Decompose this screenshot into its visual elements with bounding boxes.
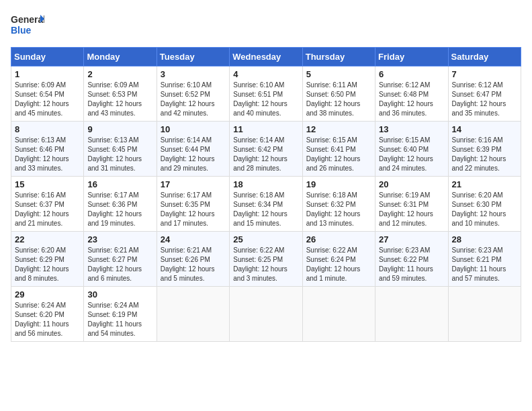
day-number: 8 — [15, 124, 80, 134]
day-number: 28 — [452, 234, 517, 244]
logo-svg: General Blue — [11, 11, 44, 40]
day-cell: 24Sunrise: 6:21 AMSunset: 6:26 PMDayligh… — [157, 232, 229, 287]
day-number: 2 — [87, 69, 152, 79]
svg-text:Blue: Blue — [11, 25, 32, 36]
day-cell: 8Sunrise: 6:13 AMSunset: 6:46 PMDaylight… — [11, 122, 84, 177]
col-header-wednesday: Wednesday — [230, 48, 302, 66]
calendar-header-row: SundayMondayTuesdayWednesdayThursdayFrid… — [11, 48, 521, 66]
day-number: 11 — [233, 124, 298, 134]
day-cell: 13Sunrise: 6:15 AMSunset: 6:40 PMDayligh… — [375, 122, 448, 177]
day-cell: 17Sunrise: 6:17 AMSunset: 6:35 PMDayligh… — [157, 177, 229, 232]
day-cell — [230, 287, 302, 342]
day-cell — [448, 287, 521, 342]
day-number: 23 — [87, 234, 152, 244]
week-row-3: 15Sunrise: 6:16 AMSunset: 6:37 PMDayligh… — [11, 177, 521, 232]
day-number: 20 — [379, 179, 444, 189]
day-cell: 2Sunrise: 6:09 AMSunset: 6:53 PMDaylight… — [84, 66, 157, 122]
col-header-thursday: Thursday — [302, 48, 375, 66]
day-number: 10 — [161, 124, 226, 134]
day-info: Sunrise: 6:21 AMSunset: 6:26 PMDaylight:… — [161, 246, 226, 283]
day-cell: 19Sunrise: 6:18 AMSunset: 6:32 PMDayligh… — [302, 177, 375, 232]
day-cell: 7Sunrise: 6:12 AMSunset: 6:47 PMDaylight… — [448, 66, 521, 122]
day-info: Sunrise: 6:14 AMSunset: 6:44 PMDaylight:… — [161, 136, 226, 173]
day-number: 14 — [452, 124, 517, 134]
day-cell: 20Sunrise: 6:19 AMSunset: 6:31 PMDayligh… — [375, 177, 448, 232]
svg-text:General: General — [11, 14, 44, 25]
day-cell: 3Sunrise: 6:10 AMSunset: 6:52 PMDaylight… — [157, 66, 229, 122]
day-cell: 27Sunrise: 6:23 AMSunset: 6:22 PMDayligh… — [375, 232, 448, 287]
day-info: Sunrise: 6:22 AMSunset: 6:25 PMDaylight:… — [233, 246, 298, 283]
week-row-5: 29Sunrise: 6:24 AMSunset: 6:20 PMDayligh… — [11, 287, 521, 342]
day-cell: 12Sunrise: 6:15 AMSunset: 6:41 PMDayligh… — [302, 122, 375, 177]
day-number: 26 — [306, 234, 371, 244]
day-info: Sunrise: 6:18 AMSunset: 6:34 PMDaylight:… — [233, 191, 298, 228]
day-cell: 11Sunrise: 6:14 AMSunset: 6:42 PMDayligh… — [230, 122, 302, 177]
week-row-1: 1Sunrise: 6:09 AMSunset: 6:54 PMDaylight… — [11, 66, 521, 122]
day-cell: 16Sunrise: 6:17 AMSunset: 6:36 PMDayligh… — [84, 177, 157, 232]
day-info: Sunrise: 6:24 AMSunset: 6:20 PMDaylight:… — [15, 301, 80, 338]
day-number: 3 — [161, 69, 226, 79]
day-cell: 21Sunrise: 6:20 AMSunset: 6:30 PMDayligh… — [448, 177, 521, 232]
day-number: 5 — [306, 69, 371, 79]
day-cell: 30Sunrise: 6:24 AMSunset: 6:19 PMDayligh… — [84, 287, 157, 342]
day-cell: 5Sunrise: 6:11 AMSunset: 6:50 PMDaylight… — [302, 66, 375, 122]
day-info: Sunrise: 6:21 AMSunset: 6:27 PMDaylight:… — [87, 246, 152, 283]
day-cell: 1Sunrise: 6:09 AMSunset: 6:54 PMDaylight… — [11, 66, 84, 122]
day-cell: 10Sunrise: 6:14 AMSunset: 6:44 PMDayligh… — [157, 122, 229, 177]
calendar-table: SundayMondayTuesdayWednesdayThursdayFrid… — [11, 47, 521, 342]
col-header-friday: Friday — [375, 48, 448, 66]
day-info: Sunrise: 6:15 AMSunset: 6:40 PMDaylight:… — [379, 136, 444, 173]
day-number: 6 — [379, 69, 444, 79]
day-number: 15 — [15, 179, 80, 189]
day-number: 9 — [87, 124, 152, 134]
day-number: 12 — [306, 124, 371, 134]
day-cell: 15Sunrise: 6:16 AMSunset: 6:37 PMDayligh… — [11, 177, 84, 232]
day-info: Sunrise: 6:12 AMSunset: 6:48 PMDaylight:… — [379, 81, 444, 118]
day-cell — [157, 287, 229, 342]
day-info: Sunrise: 6:23 AMSunset: 6:22 PMDaylight:… — [379, 246, 444, 283]
day-number: 24 — [161, 234, 226, 244]
day-info: Sunrise: 6:22 AMSunset: 6:24 PMDaylight:… — [306, 246, 371, 283]
day-number: 21 — [452, 179, 517, 189]
day-info: Sunrise: 6:13 AMSunset: 6:46 PMDaylight:… — [15, 136, 80, 173]
week-row-4: 22Sunrise: 6:20 AMSunset: 6:29 PMDayligh… — [11, 232, 521, 287]
day-info: Sunrise: 6:09 AMSunset: 6:54 PMDaylight:… — [15, 81, 80, 118]
day-info: Sunrise: 6:18 AMSunset: 6:32 PMDaylight:… — [306, 191, 371, 228]
day-cell: 18Sunrise: 6:18 AMSunset: 6:34 PMDayligh… — [230, 177, 302, 232]
day-info: Sunrise: 6:20 AMSunset: 6:29 PMDaylight:… — [15, 246, 80, 283]
day-info: Sunrise: 6:20 AMSunset: 6:30 PMDaylight:… — [452, 191, 517, 228]
day-cell: 4Sunrise: 6:10 AMSunset: 6:51 PMDaylight… — [230, 66, 302, 122]
day-info: Sunrise: 6:10 AMSunset: 6:52 PMDaylight:… — [161, 81, 226, 118]
day-info: Sunrise: 6:13 AMSunset: 6:45 PMDaylight:… — [87, 136, 152, 173]
day-number: 13 — [379, 124, 444, 134]
day-info: Sunrise: 6:17 AMSunset: 6:35 PMDaylight:… — [161, 191, 226, 228]
day-info: Sunrise: 6:23 AMSunset: 6:21 PMDaylight:… — [452, 246, 517, 283]
day-number: 22 — [15, 234, 80, 244]
day-info: Sunrise: 6:16 AMSunset: 6:39 PMDaylight:… — [452, 136, 517, 173]
day-number: 29 — [15, 289, 80, 300]
day-info: Sunrise: 6:15 AMSunset: 6:41 PMDaylight:… — [306, 136, 371, 173]
day-number: 1 — [15, 69, 80, 79]
day-cell: 22Sunrise: 6:20 AMSunset: 6:29 PMDayligh… — [11, 232, 84, 287]
day-info: Sunrise: 6:11 AMSunset: 6:50 PMDaylight:… — [306, 81, 371, 118]
day-number: 18 — [233, 179, 298, 189]
day-cell: 29Sunrise: 6:24 AMSunset: 6:20 PMDayligh… — [11, 287, 84, 342]
day-cell: 6Sunrise: 6:12 AMSunset: 6:48 PMDaylight… — [375, 66, 448, 122]
day-info: Sunrise: 6:16 AMSunset: 6:37 PMDaylight:… — [15, 191, 80, 228]
day-cell: 25Sunrise: 6:22 AMSunset: 6:25 PMDayligh… — [230, 232, 302, 287]
header: General Blue — [11, 11, 521, 40]
day-number: 25 — [233, 234, 298, 244]
day-number: 30 — [87, 289, 152, 300]
week-row-2: 8Sunrise: 6:13 AMSunset: 6:46 PMDaylight… — [11, 122, 521, 177]
day-info: Sunrise: 6:17 AMSunset: 6:36 PMDaylight:… — [87, 191, 152, 228]
day-number: 17 — [161, 179, 226, 189]
day-cell: 26Sunrise: 6:22 AMSunset: 6:24 PMDayligh… — [302, 232, 375, 287]
day-cell — [302, 287, 375, 342]
day-number: 4 — [233, 69, 298, 79]
col-header-tuesday: Tuesday — [157, 48, 229, 66]
day-cell: 14Sunrise: 6:16 AMSunset: 6:39 PMDayligh… — [448, 122, 521, 177]
day-number: 27 — [379, 234, 444, 244]
col-header-sunday: Sunday — [11, 48, 84, 66]
day-number: 16 — [87, 179, 152, 189]
day-info: Sunrise: 6:10 AMSunset: 6:51 PMDaylight:… — [233, 81, 298, 118]
